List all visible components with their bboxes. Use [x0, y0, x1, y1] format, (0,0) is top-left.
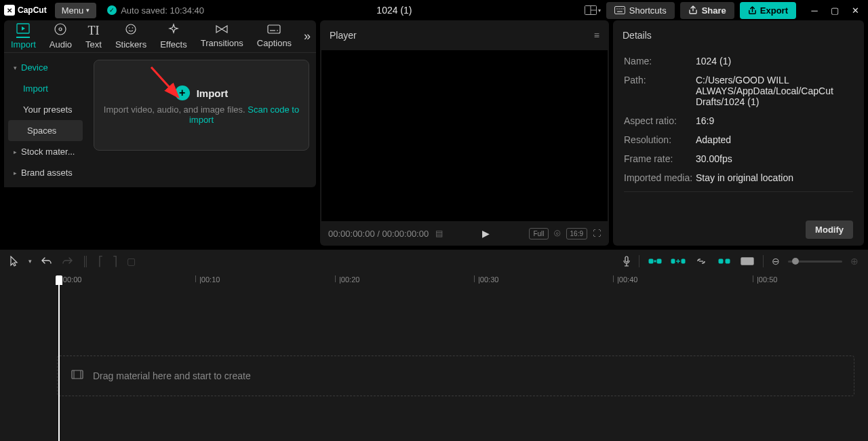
- snapshot-icon[interactable]: ⦾: [554, 229, 561, 238]
- divider: [639, 255, 639, 267]
- export-button[interactable]: Export: [740, 2, 796, 19]
- text-icon: TI: [88, 24, 100, 38]
- tab-stickers[interactable]: Stickers: [108, 20, 153, 52]
- timeline-ruler[interactable]: |00:00 |00:10 |00:20 |00:30 |00:40 |00:5…: [0, 273, 868, 288]
- details-body: Name: 1024 (1) Path: C:/Users/GOOD WILL …: [613, 50, 864, 214]
- titlebar: ✕ CapCut Menu ▾ ✓ Auto saved: 10:34:40 1…: [0, 0, 868, 20]
- svg-rect-15: [268, 25, 280, 33]
- sidebar-item-spaces[interactable]: Spaces: [8, 120, 83, 141]
- stickers-icon: [125, 23, 137, 38]
- timeline[interactable]: |00:00 |00:10 |00:20 |00:30 |00:40 |00:5…: [0, 273, 868, 441]
- zoom-slider[interactable]: [788, 261, 842, 263]
- detail-row-imported: Imported media: Stay in original locatio…: [624, 172, 853, 183]
- svg-point-14: [132, 27, 134, 28]
- undo-button[interactable]: [41, 256, 52, 266]
- tab-transitions[interactable]: Transitions: [194, 20, 250, 52]
- check-icon: ✓: [107, 5, 117, 15]
- sidebar-item-device[interactable]: Device: [4, 57, 87, 78]
- svg-point-11: [59, 28, 62, 31]
- tab-captions[interactable]: Captions: [250, 20, 298, 52]
- svg-point-4: [616, 8, 617, 9]
- aspect-ratio-button[interactable]: 16:9: [566, 228, 587, 239]
- tab-audio[interactable]: Audio: [43, 20, 79, 52]
- import-title-row: + Import: [175, 85, 229, 100]
- detail-value: 30.00fps: [696, 153, 853, 164]
- menu-button[interactable]: Menu ▾: [55, 3, 97, 18]
- share-button[interactable]: Share: [680, 2, 734, 19]
- player-menu-icon[interactable]: ≡: [594, 30, 599, 41]
- maximize-button[interactable]: ▢: [826, 1, 844, 19]
- film-icon: [71, 370, 83, 382]
- magnet-main-toggle[interactable]: [648, 256, 663, 267]
- tab-import[interactable]: Import: [4, 20, 43, 52]
- details-header: Details: [613, 20, 864, 50]
- player-title: Player: [330, 30, 357, 41]
- zoom-in-button[interactable]: ⊕: [850, 256, 859, 267]
- detail-value: Adapted: [696, 134, 853, 145]
- tab-label: Effects: [160, 39, 187, 50]
- detail-label: Path:: [624, 75, 696, 107]
- svg-point-7: [623, 8, 623, 9]
- shortcuts-button[interactable]: Shortcuts: [606, 2, 675, 19]
- pointer-dropdown[interactable]: ▾: [28, 258, 32, 265]
- svg-rect-22: [654, 261, 656, 262]
- fullscreen-icon[interactable]: ⛶: [593, 229, 601, 238]
- titlebar-right: ▾ Shortcuts Share Export ─ ▢ ✕: [585, 1, 864, 19]
- import-card-title: Import: [197, 88, 229, 99]
- tab-effects[interactable]: Effects: [153, 20, 194, 52]
- import-card[interactable]: + Import Import video, audio, and image …: [94, 60, 309, 151]
- timeline-drop-zone[interactable]: Drag material here and start to create: [57, 356, 854, 396]
- modify-button[interactable]: Modify: [806, 220, 853, 239]
- cover-toggle[interactable]: [740, 256, 755, 267]
- media-tabs: Import Audio TI Text Stickers Effects: [4, 20, 316, 53]
- delete-tool: ▢: [127, 256, 136, 267]
- svg-rect-26: [726, 259, 730, 263]
- window-controls: ─ ▢ ✕: [806, 1, 864, 19]
- import-card-desc: Import video, audio, and image files. Sc…: [94, 104, 309, 125]
- trim-right-tool: ⎤: [113, 256, 117, 267]
- chevron-down-icon: ▾: [86, 7, 90, 14]
- layout-icon: [585, 5, 597, 15]
- details-title: Details: [623, 30, 652, 41]
- linkage-toggle[interactable]: [694, 256, 709, 267]
- mic-button[interactable]: [623, 256, 631, 267]
- player-header: Player ≡: [320, 20, 609, 50]
- pointer-tool[interactable]: [9, 256, 19, 267]
- svg-rect-20: [649, 259, 653, 263]
- import-desc-text: Import video, audio, and image files.: [104, 104, 248, 115]
- volume-icon[interactable]: ▤: [435, 229, 443, 238]
- minimize-button[interactable]: ─: [806, 1, 823, 19]
- svg-rect-24: [682, 259, 685, 263]
- zoom-thumb[interactable]: [792, 258, 799, 265]
- trim-left-tool: ⎡: [98, 256, 103, 267]
- preview-axis-toggle[interactable]: [717, 256, 732, 267]
- app-logo: ✕ CapCut: [4, 5, 47, 16]
- svg-rect-3: [614, 7, 625, 14]
- tab-text[interactable]: TI Text: [79, 20, 108, 52]
- sidebar-item-brand[interactable]: Brand assets: [4, 162, 87, 183]
- divider: [763, 255, 764, 267]
- auto-snap-toggle[interactable]: [671, 256, 686, 267]
- detail-row-framerate: Frame rate: 30.00fps: [624, 153, 853, 164]
- main-area: Import Audio TI Text Stickers Effects: [0, 20, 868, 246]
- close-button[interactable]: ✕: [846, 1, 864, 19]
- svg-rect-25: [719, 259, 723, 263]
- layout-button[interactable]: ▾: [585, 2, 601, 18]
- playhead[interactable]: [56, 275, 62, 285]
- detail-label: Frame rate:: [624, 153, 696, 164]
- zoom-out-button[interactable]: ⊖: [772, 256, 780, 267]
- sidebar-item-stock[interactable]: Stock mater...: [4, 141, 87, 162]
- full-button[interactable]: Full: [529, 228, 548, 239]
- track-area[interactable]: Drag material here and start to create: [0, 288, 868, 437]
- svg-rect-29: [72, 370, 83, 379]
- player-viewport[interactable]: [321, 50, 608, 221]
- export-icon: [748, 6, 757, 15]
- play-button[interactable]: ▶: [482, 228, 490, 239]
- keyboard-icon: [614, 6, 625, 14]
- detail-label: Resolution:: [624, 134, 696, 145]
- sidebar-item-presets[interactable]: Your presets: [4, 99, 87, 120]
- logo-text: CapCut: [18, 5, 47, 15]
- detail-row-resolution: Resolution: Adapted: [624, 134, 853, 145]
- sidebar-item-import[interactable]: Import: [4, 78, 87, 99]
- more-tabs-button[interactable]: »: [298, 20, 316, 52]
